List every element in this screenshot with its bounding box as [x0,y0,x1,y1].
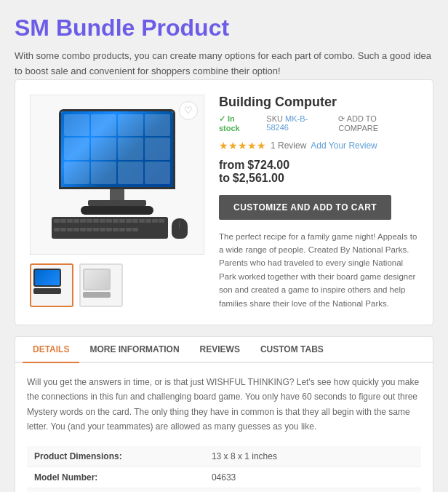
product-main-layout: ♡ [30,95,418,310]
thumbnail-1[interactable] [30,263,73,307]
tab-details-text: Will you get the answers in time, or is … [27,375,421,435]
page-header: SM Bundle Product With some combo produc… [15,15,433,79]
price-to-value: $2,561.00 [233,172,284,184]
product-image-section: ♡ [30,95,204,310]
mouse [172,218,188,239]
tabs-navigation: DETAILS MORE INFORMATION REVIEWS CUSTOM … [15,337,433,363]
product-description-text: The perfect recipe for a family game nig… [219,230,418,310]
product-details: Building Computer In stock SKU MK-B-5824… [219,95,418,310]
spec-row: Date First Available: August 20, 2019 [27,488,421,492]
sku-label: SKU MK-B-58246 [266,114,329,132]
product-card: ♡ [15,79,433,325]
price-section: from $724.00 to $2,561.00 [219,159,418,185]
compare-button[interactable]: ADD TO COMPARE [338,114,418,132]
spec-value: August 20, 2019 [204,488,421,492]
spec-value: 04633 [204,467,421,488]
tab-custom-tabs[interactable]: CUSTOM TABS [250,337,334,363]
price-to: to $2,561.00 [219,172,418,185]
price-from-label: from [219,159,245,171]
price-from-value: $724.00 [247,159,289,171]
computer-illustration [44,109,190,240]
thumbnail-gallery [30,263,204,307]
monitor-base [88,200,146,206]
monitor-stand [110,189,124,200]
customize-add-to-cart-button[interactable]: CUSTOMIZE AND ADD TO CART [219,195,391,220]
page-description: With some combo products, you can create… [15,49,433,79]
tab-details[interactable]: DETAILS [23,337,79,363]
spec-row: Model Number: 04633 [27,467,421,488]
thumbnail-2[interactable] [79,263,123,307]
spec-label: Model Number: [27,467,204,488]
monitor-display [59,109,175,189]
price-to-label: to [219,172,230,184]
star-rating: ★★★★★ [219,140,266,151]
reviews-count: 1 Review [271,140,306,151]
spec-label: Product Dimensions: [27,446,204,467]
page-title: SM Bundle Product [15,15,433,41]
in-stock-badge: In stock [219,114,257,132]
soundbar [81,206,153,215]
spec-row: Product Dimensions: 13 x 8 x 1 inches [27,446,421,467]
tabs-section: DETAILS MORE INFORMATION REVIEWS CUSTOM … [15,336,433,492]
product-main-image: ♡ [30,95,204,255]
specs-table: Product Dimensions: 13 x 8 x 1 inches Mo… [27,446,421,493]
spec-value: 13 x 8 x 1 inches [204,446,421,467]
add-review-link[interactable]: Add Your Review [311,140,377,151]
tab-more-information[interactable]: MORE INFORMATION [79,337,189,363]
tab-content-details: Will you get the answers in time, or is … [15,363,433,492]
spec-label: Date First Available: [27,488,204,492]
product-name: Building Computer [219,95,418,110]
tab-reviews[interactable]: REVIEWS [190,337,250,363]
reviews-section: ★★★★★ 1 Review Add Your Review [219,140,418,151]
monitor-screen [61,111,173,187]
price-from: from $724.00 [219,159,418,172]
keyboard [52,217,168,239]
product-meta: In stock SKU MK-B-58246 ADD TO COMPARE [219,114,418,132]
